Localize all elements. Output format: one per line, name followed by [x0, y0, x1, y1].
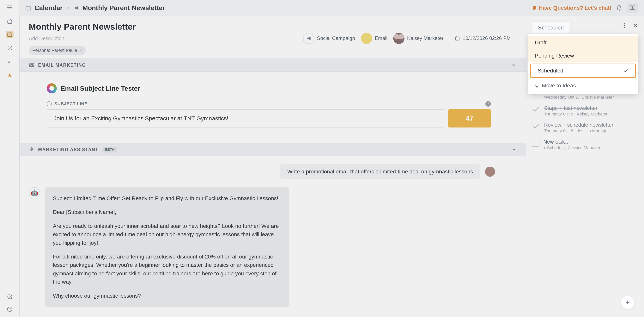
chevron-up-icon[interactable] [511, 63, 516, 68]
dropdown-scheduled-text: Scheduled [538, 68, 563, 74]
star-icon[interactable] [6, 71, 14, 79]
analytics-icon[interactable] [6, 58, 14, 66]
email-marketing-label: EMAIL MARKETING [38, 63, 86, 68]
task-meta: Wednesday Oct 7, Christie Marketer [544, 95, 638, 100]
marketing-assistant-bar[interactable]: MARKETING ASSISTANT BETA [20, 143, 526, 156]
settings-icon[interactable] [6, 293, 14, 300]
dropdown-ideas[interactable]: Move to Ideas [528, 79, 638, 92]
campaign-label: Social Campaign [317, 35, 355, 41]
breadcrumb-page: Monthly Parent Newsletter [82, 4, 165, 12]
svg-rect-3 [8, 33, 12, 37]
bot-line: Are you ready to unleash your inner acro… [53, 222, 281, 247]
svg-rect-16 [26, 6, 30, 10]
new-task-row[interactable]: New task… + Schedule, Jessica Manager [532, 136, 638, 153]
assistant-label: MARKETING ASSISTANT [38, 147, 98, 152]
svg-rect-22 [30, 63, 34, 67]
chat-link-text: Have Questions? Let's chat! [539, 5, 612, 11]
breadcrumb: Calendar Monthly Parent Newsletter [25, 4, 165, 12]
home-icon[interactable] [6, 17, 14, 25]
date-label: 10/12/2026 02:26 PM [462, 35, 511, 41]
calendar-small-icon [25, 5, 31, 11]
user-message: Write a promotional email that offers a … [280, 164, 480, 179]
task-meta: Thursday Oct 8, Kelsey Marketer [544, 112, 638, 117]
svg-point-24 [624, 25, 625, 26]
tester-title: Email Subject Line Tester [60, 85, 140, 92]
subject-label: SUBJECT LINE [54, 101, 88, 106]
hamburger-icon[interactable] [6, 4, 14, 11]
meta-row: Social Campaign Email Kelsey Marketer [303, 22, 516, 55]
dropdown-pending[interactable]: Pending Review [528, 49, 638, 62]
task-title: Stage + test newsletter [544, 105, 638, 111]
type-label: Email [375, 35, 388, 41]
svg-point-23 [624, 23, 625, 25]
type-chip[interactable]: Email [361, 33, 388, 44]
right-panel: Scheduled Draft Pending Review Scheduled [526, 16, 644, 317]
email-marketing-bar[interactable]: EMAIL MARKETING [20, 59, 526, 72]
task-check-icon[interactable] [532, 122, 540, 131]
assistant-body: Write a promotional email that offers a … [20, 156, 526, 315]
shuffle-icon[interactable] [6, 44, 14, 52]
bot-line: Subject: Limited-Time Offer: Get Ready t… [53, 194, 281, 202]
new-task-checkbox[interactable] [532, 139, 540, 147]
bot-line: Dear [Subscriber's Name], [53, 208, 281, 216]
subject-score: 47 [448, 109, 491, 128]
chat-icon [532, 6, 537, 11]
bot-line: Why choose our gymnastic lessons? [53, 292, 281, 300]
task-row[interactable]: Stage + test newsletter Thursday Oct 8, … [532, 103, 638, 119]
task-meta: Thursday Oct 8, Jessica Manager [544, 128, 638, 134]
subject-input[interactable] [47, 109, 444, 128]
task-row[interactable]: Review + schedule newsletter Thursday Oc… [532, 119, 638, 136]
sparkle-icon [29, 147, 35, 152]
svg-line-8 [8, 46, 9, 47]
task-title: Review + schedule newsletter [544, 122, 638, 128]
svg-point-25 [624, 27, 625, 28]
bot-message: Subject: Limited-Time Offer: Get Ready t… [45, 187, 289, 307]
chevron-right-icon [66, 6, 70, 10]
svg-rect-19 [456, 37, 460, 40]
date-chip[interactable]: 10/12/2026 02:26 PM [449, 32, 516, 45]
calendar-chip-icon [455, 36, 460, 41]
color-dot [361, 33, 372, 44]
add-fab[interactable] [621, 296, 634, 309]
calendar-icon[interactable] [6, 31, 14, 38]
task-check-icon[interactable] [532, 105, 540, 114]
chevron-up-icon-2[interactable] [511, 147, 516, 152]
bot-avatar: 🤖 [29, 187, 40, 198]
breadcrumb-root[interactable]: Calendar [34, 4, 63, 12]
beta-badge: BETA [102, 147, 117, 152]
svg-point-13 [9, 296, 10, 297]
chat-link[interactable]: Have Questions? Let's chat! [532, 5, 612, 11]
campaign-chip[interactable]: Social Campaign [303, 33, 355, 44]
left-nav-rail [0, 0, 19, 317]
status-chip[interactable]: Scheduled [532, 22, 570, 34]
persona-pill[interactable]: Persona: Parent Paula ✕ [29, 46, 86, 55]
bullhorn-small-icon [74, 5, 79, 11]
close-icon[interactable] [633, 23, 638, 29]
persona-pill-text: Persona: Parent Paula [32, 48, 77, 53]
help-icon[interactable] [6, 305, 14, 313]
new-task-meta: + Schedule, Jessica Manager [543, 145, 638, 150]
lightbulb-icon [535, 84, 539, 88]
reload-icon[interactable] [47, 101, 52, 106]
topbar: Calendar Monthly Parent Newsletter Have … [19, 0, 644, 16]
new-task-placeholder[interactable]: New task… [543, 139, 638, 145]
check-icon [623, 68, 628, 73]
page-title[interactable]: Monthly Parent Newsletter [29, 22, 303, 32]
editor-panel: Monthly Parent Newsletter Add Descriptio… [19, 16, 526, 317]
user-avatar [485, 167, 495, 177]
help-tooltip-icon[interactable]: ? [486, 101, 491, 107]
more-icon[interactable] [624, 23, 625, 29]
envelope-icon [29, 62, 35, 68]
dropdown-scheduled[interactable]: Scheduled [530, 64, 636, 78]
dropdown-draft[interactable]: Draft [528, 36, 638, 49]
bot-line: For a limited time only, we are offering… [53, 252, 281, 286]
coschedule-logo [47, 83, 57, 93]
notifications-icon[interactable] [616, 5, 622, 11]
status-dropdown: Draft Pending Review Scheduled Move to I… [528, 34, 638, 94]
description-placeholder[interactable]: Add Description [29, 36, 303, 42]
docs-icon[interactable] [627, 3, 638, 13]
persona-remove-icon[interactable]: ✕ [80, 49, 82, 53]
dropdown-ideas-text: Move to Ideas [542, 83, 576, 89]
owner-chip[interactable]: Kelsey Marketer [393, 33, 444, 44]
owner-avatar [393, 33, 404, 44]
